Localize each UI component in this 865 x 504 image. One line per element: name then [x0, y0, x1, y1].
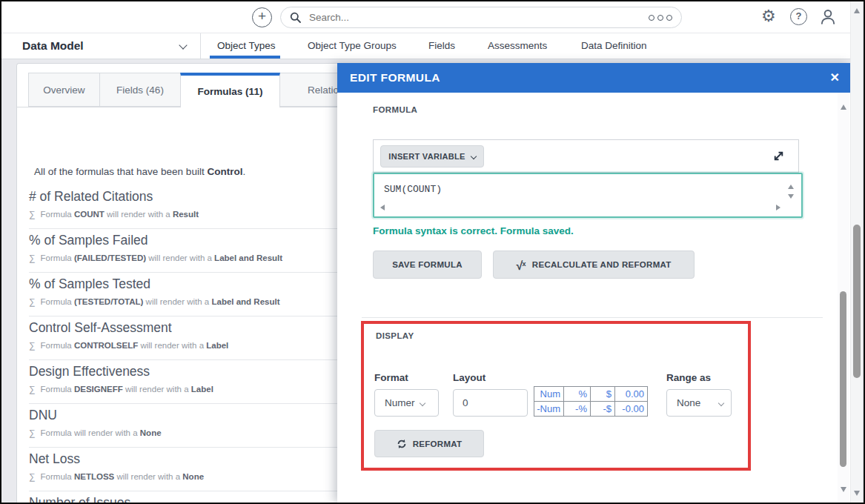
- preview-cell: -Num: [534, 402, 564, 417]
- scrollbar-thumb[interactable]: [853, 225, 861, 378]
- card-tabs: Overview Fields (46) Formulas (11) Relat…: [28, 73, 366, 107]
- formulas-intro: All of the formulas that have been built…: [34, 166, 245, 177]
- scroll-up-icon[interactable]: [788, 185, 794, 189]
- list-item[interactable]: Net Loss ∑Formula NETLOSS will render wi…: [29, 448, 377, 491]
- list-item[interactable]: Design Effectiveness ∑Formula DESIGNEFF …: [29, 360, 377, 404]
- nav-separator: [200, 33, 201, 59]
- sigma-icon: ∑: [29, 253, 36, 263]
- top-bar: + ⚙ ?: [0, 0, 850, 33]
- section-divider: [362, 317, 823, 318]
- nav-row: Data Model Object Types Object Type Grou…: [0, 33, 850, 59]
- sigma-icon: ∑: [29, 428, 36, 438]
- scrollbar-down-icon[interactable]: [854, 491, 860, 496]
- sigma-icon: ∑: [29, 209, 36, 219]
- close-icon[interactable]: ✕: [830, 70, 840, 84]
- panel-title: EDIT FORMULA: [350, 71, 440, 84]
- chevron-down-icon: [419, 399, 425, 405]
- list-item[interactable]: % of Samples Tested ∑Formula (TESTED/TOT…: [29, 273, 377, 316]
- formula-editor[interactable]: SUM(COUNT): [373, 173, 803, 218]
- list-item[interactable]: Control Self-Assessment ∑Formula CONTROL…: [29, 316, 377, 360]
- format-preview-table: Num % $ 0.00 -Num -% -$ -0.00: [534, 386, 648, 417]
- chevron-down-icon: [470, 153, 476, 159]
- format-select[interactable]: Numer: [374, 389, 439, 417]
- save-formula-button[interactable]: SAVE FORMULA: [373, 251, 482, 279]
- scrollbar-up-icon[interactable]: [841, 105, 846, 110]
- list-item[interactable]: % of Samples Failed ∑Formula (FAILED/TES…: [29, 229, 377, 273]
- chevron-down-icon: [718, 399, 724, 405]
- tab-fields[interactable]: Fields: [428, 40, 455, 51]
- preview-cell: $: [591, 387, 615, 402]
- status-message: Formula syntax is correct. Formula saved…: [373, 225, 574, 236]
- list-item[interactable]: DNU ∑Formula will render with a None: [29, 404, 377, 448]
- user-icon[interactable]: [818, 7, 838, 30]
- formula-text[interactable]: SUM(COUNT): [384, 184, 442, 195]
- reformat-button[interactable]: REFORMAT: [374, 430, 484, 457]
- preview-cell: Num: [534, 387, 564, 402]
- preview-cell: -$: [591, 402, 615, 417]
- display-section-label: DISPLAY: [376, 331, 414, 340]
- sigma-icon: ∑: [29, 471, 36, 482]
- sigma-icon: ∑: [29, 384, 36, 394]
- expand-icon[interactable]: [772, 150, 785, 165]
- data-model-dropdown[interactable]: Data Model: [22, 39, 84, 53]
- tab-object-types[interactable]: Object Types: [217, 40, 276, 51]
- ellipsis-icon[interactable]: [649, 15, 672, 21]
- help-icon[interactable]: ?: [790, 8, 807, 25]
- tab-formulas[interactable]: Formulas (11): [180, 73, 280, 107]
- sigma-icon: ∑: [29, 340, 36, 351]
- app-window: + ⚙ ? Data Model Object Types Object Typ…: [0, 0, 865, 504]
- add-icon[interactable]: +: [252, 7, 272, 27]
- format-label: Format: [374, 372, 408, 383]
- panel-header: EDIT FORMULA ✕: [337, 63, 850, 93]
- recalculate-reformat-button[interactable]: √x RECALCULATE AND REFORMAT: [493, 251, 695, 279]
- window-scrollbar[interactable]: [850, 1, 862, 503]
- edit-formula-panel: EDIT FORMULA ✕ FORMULA INSERT VARIABLE S…: [337, 63, 850, 503]
- search-icon: [290, 12, 302, 24]
- sqrt-x-icon: √x: [516, 259, 526, 271]
- tab-object-type-groups[interactable]: Object Type Groups: [308, 40, 397, 51]
- tab-assessments[interactable]: Assessments: [488, 40, 547, 51]
- tab-overview[interactable]: Overview: [28, 73, 100, 107]
- scrollbar-down-icon[interactable]: [841, 487, 846, 492]
- insert-variable-button[interactable]: INSERT VARIABLE: [380, 145, 484, 168]
- scroll-right-icon[interactable]: [776, 205, 781, 210]
- list-item[interactable]: Number of Issues: [29, 491, 377, 503]
- preview-cell: %: [564, 387, 591, 402]
- chevron-down-icon[interactable]: [179, 41, 187, 49]
- range-as-select[interactable]: None: [666, 389, 732, 417]
- formula-toolbar: INSERT VARIABLE: [373, 139, 799, 173]
- scroll-left-icon[interactable]: [380, 205, 385, 210]
- scrollbar-thumb[interactable]: [840, 291, 846, 467]
- preview-cell: 0.00: [615, 387, 648, 402]
- preview-cell: -0.00: [615, 402, 648, 417]
- active-tab-underline: [210, 56, 280, 59]
- tab-data-definition[interactable]: Data Definition: [581, 40, 647, 51]
- sigma-icon: ∑: [29, 296, 36, 307]
- scroll-down-icon[interactable]: [788, 194, 794, 199]
- layout-label: Layout: [453, 372, 485, 383]
- list-item[interactable]: # of Related Citations ∑Formula COUNT wi…: [29, 185, 377, 229]
- scrollbar-up-icon[interactable]: [854, 8, 860, 13]
- formula-list: # of Related Citations ∑Formula COUNT wi…: [29, 185, 377, 503]
- formula-section-label: FORMULA: [373, 105, 417, 114]
- layout-input[interactable]: [453, 389, 528, 417]
- search-input[interactable]: [308, 11, 649, 24]
- range-as-label: Range as: [666, 372, 711, 383]
- tab-fields-count[interactable]: Fields (46): [99, 73, 181, 107]
- refresh-icon: [397, 439, 407, 449]
- preview-cell: -%: [564, 402, 591, 417]
- panel-scrollbar[interactable]: [838, 93, 849, 503]
- gear-icon[interactable]: ⚙: [761, 7, 776, 26]
- search-bar[interactable]: [280, 7, 682, 28]
